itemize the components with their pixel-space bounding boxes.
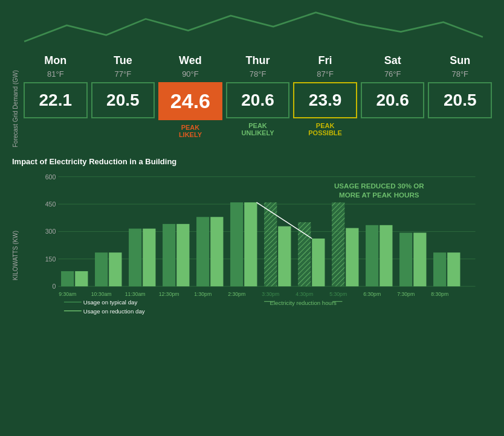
day-name-fri: Fri bbox=[318, 54, 332, 67]
day-name-wed: Wed bbox=[179, 54, 202, 67]
svg-rect-34 bbox=[278, 226, 291, 286]
day-value-sat: 20.6 bbox=[376, 91, 409, 110]
svg-rect-24 bbox=[176, 224, 189, 286]
day-temp-sat: 76°F bbox=[384, 69, 401, 79]
svg-text:MORE AT PEAK HOURS: MORE AT PEAK HOURS bbox=[339, 191, 419, 199]
day-label-fri: PEAKPOSSIBLE bbox=[308, 122, 342, 141]
svg-rect-33 bbox=[264, 202, 277, 286]
svg-rect-20 bbox=[129, 229, 141, 287]
day-box-wed: 24.6 bbox=[158, 82, 222, 120]
svg-rect-17 bbox=[95, 252, 108, 286]
svg-text:7:30pm: 7:30pm bbox=[397, 291, 415, 297]
day-name-sun: Sun bbox=[450, 54, 470, 67]
days-section: Forecast Grid Demand (GW) Mon 81°F 22.1 … bbox=[12, 54, 492, 145]
day-temp-mon: 81°F bbox=[47, 69, 64, 79]
svg-text:600: 600 bbox=[45, 173, 56, 181]
svg-rect-47 bbox=[399, 232, 412, 286]
day-value-sun: 20.5 bbox=[444, 91, 477, 110]
day-col-sat: Sat 76°F 20.6 bbox=[361, 54, 425, 141]
day-box-thur: 20.6 bbox=[226, 82, 290, 118]
day-temp-thur: 78°F bbox=[250, 69, 267, 79]
chart-title: Impact of Electricity Reduction in a Bui… bbox=[12, 157, 492, 166]
svg-text:10:30am: 10:30am bbox=[91, 291, 112, 297]
svg-text:450: 450 bbox=[45, 200, 56, 208]
day-box-fri: 23.9 bbox=[293, 82, 357, 118]
day-box-tue: 20.5 bbox=[91, 82, 155, 118]
day-name-sat: Sat bbox=[384, 54, 401, 67]
svg-text:8:30pm: 8:30pm bbox=[431, 291, 448, 297]
main-container: Forecast Grid Demand (GW) Mon 81°F 22.1 … bbox=[0, 0, 504, 436]
day-value-fri: 23.9 bbox=[309, 91, 342, 110]
svg-rect-50 bbox=[433, 252, 446, 286]
svg-rect-18 bbox=[109, 252, 121, 286]
svg-text:6:30pm: 6:30pm bbox=[363, 291, 381, 297]
day-value-tue: 20.5 bbox=[106, 91, 140, 110]
wave-chart bbox=[12, 6, 492, 54]
svg-text:11:30am: 11:30am bbox=[125, 291, 146, 297]
svg-rect-45 bbox=[380, 225, 392, 286]
svg-text:Usage on reduction day: Usage on reduction day bbox=[83, 308, 145, 315]
svg-rect-44 bbox=[366, 225, 378, 286]
day-col-fri: Fri 87°F 23.9 PEAKPOSSIBLE bbox=[293, 54, 357, 141]
day-temp-tue: 77°F bbox=[115, 69, 132, 79]
days-grid: Mon 81°F 22.1 Tue 77°F 20.5 Wed 90°F bbox=[24, 54, 492, 143]
day-name-mon: Mon bbox=[44, 54, 66, 67]
svg-rect-38 bbox=[312, 239, 325, 286]
svg-rect-42 bbox=[346, 228, 358, 287]
forecast-label: Forecast Grid Demand (GW) bbox=[12, 72, 19, 145]
svg-text:5:30pm: 5:30pm bbox=[329, 291, 347, 297]
svg-rect-37 bbox=[298, 222, 311, 286]
day-col-wed: Wed 90°F 24.6 PEAKLIKELY bbox=[158, 54, 222, 143]
svg-text:9:30am: 9:30am bbox=[59, 291, 76, 297]
svg-rect-27 bbox=[210, 217, 223, 286]
day-name-thur: Thur bbox=[246, 54, 270, 67]
day-col-tue: Tue 77°F 20.5 bbox=[91, 54, 155, 141]
svg-text:2:30pm: 2:30pm bbox=[228, 291, 245, 297]
svg-rect-48 bbox=[413, 232, 426, 286]
chart-section: Impact of Electricity Reduction in a Bui… bbox=[12, 157, 492, 340]
chart-inner: 600 450 300 150 0 Usage on typical day U… bbox=[21, 171, 492, 340]
day-value-mon: 22.1 bbox=[39, 91, 73, 110]
day-box-mon: 22.1 bbox=[24, 82, 88, 118]
svg-text:300: 300 bbox=[45, 228, 56, 235]
chart-canvas: 600 450 300 150 0 Usage on typical day U… bbox=[21, 171, 492, 340]
y-axis-label: KILOWATTS (KW) bbox=[12, 231, 19, 280]
day-col-thur: Thur 78°F 20.6 PEAKUNLIKELY bbox=[226, 54, 290, 141]
day-label-wed: PEAKLIKELY bbox=[179, 124, 202, 143]
svg-text:Usage on typical day: Usage on typical day bbox=[83, 299, 138, 306]
day-name-tue: Tue bbox=[114, 54, 132, 67]
day-temp-wed: 90°F bbox=[182, 69, 199, 79]
svg-rect-21 bbox=[143, 229, 155, 287]
svg-text:Electricity reduction hours: Electricity reduction hours bbox=[270, 300, 337, 306]
svg-text:4:30pm: 4:30pm bbox=[296, 291, 313, 297]
svg-text:150: 150 bbox=[45, 255, 56, 263]
svg-text:0: 0 bbox=[52, 283, 56, 290]
svg-rect-30 bbox=[244, 202, 257, 286]
svg-rect-51 bbox=[447, 252, 460, 286]
svg-text:3:30pm: 3:30pm bbox=[262, 291, 279, 297]
day-temp-fri: 87°F bbox=[317, 69, 334, 79]
day-box-sun: 20.5 bbox=[428, 82, 492, 118]
svg-rect-14 bbox=[61, 271, 74, 286]
svg-rect-15 bbox=[75, 271, 88, 286]
svg-rect-29 bbox=[230, 202, 243, 286]
svg-rect-41 bbox=[332, 202, 344, 286]
svg-rect-26 bbox=[196, 217, 209, 286]
day-box-sat: 20.6 bbox=[361, 82, 425, 118]
chart-wrapper: KILOWATTS (KW) 600 450 300 150 bbox=[12, 171, 492, 340]
day-temp-sun: 78°F bbox=[451, 69, 468, 79]
day-col-mon: Mon 81°F 22.1 bbox=[24, 54, 88, 141]
svg-text:12:30pm: 12:30pm bbox=[159, 291, 179, 297]
svg-rect-23 bbox=[163, 224, 175, 286]
svg-text:1:30pm: 1:30pm bbox=[194, 291, 212, 297]
svg-text:USAGE REDUCED 30% OR: USAGE REDUCED 30% OR bbox=[334, 182, 424, 190]
day-col-sun: Sun 78°F 20.5 bbox=[428, 54, 492, 141]
day-label-thur: PEAKUNLIKELY bbox=[242, 122, 274, 141]
day-value-wed: 24.6 bbox=[170, 89, 210, 113]
day-value-thur: 20.6 bbox=[241, 91, 274, 110]
